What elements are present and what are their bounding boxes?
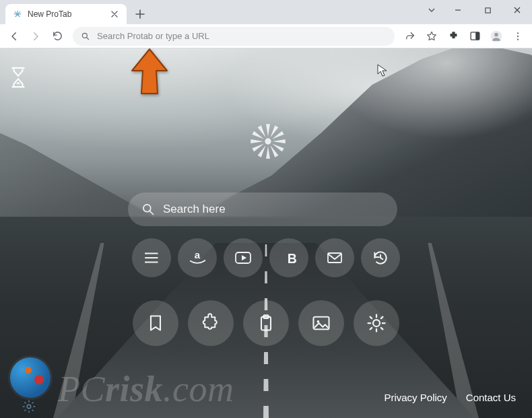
window-controls [420, 0, 532, 20]
tab-close-icon[interactable] [109, 9, 120, 20]
svg-point-13 [145, 261, 146, 263]
svg-rect-3 [475, 32, 479, 40]
extensions-icon[interactable] [443, 26, 463, 46]
brightness-icon[interactable] [354, 300, 399, 346]
brand-badge [10, 357, 51, 398]
tab-title: New ProTab [28, 9, 104, 19]
cursor-pointer-icon [377, 64, 388, 80]
minimize-button[interactable] [443, 0, 473, 20]
search-icon [81, 32, 90, 41]
omnibox-input[interactable] [97, 31, 387, 41]
close-window-button[interactable] [502, 0, 532, 20]
svg-point-6 [517, 32, 519, 34]
svg-rect-18 [328, 253, 341, 263]
history-icon[interactable] [361, 238, 400, 277]
image-icon[interactable] [298, 300, 344, 346]
footer-links: Privacy Policy Contact Us [384, 392, 516, 403]
menu-dots-icon[interactable] [508, 26, 528, 46]
svg-point-23 [373, 320, 380, 326]
svg-point-5 [494, 32, 498, 36]
svg-point-11 [145, 252, 146, 254]
page-search-bar[interactable] [128, 193, 397, 226]
page-content: a B [0, 48, 532, 418]
svg-point-17 [293, 261, 295, 263]
profile-avatar-icon[interactable] [486, 26, 506, 46]
svg-text:a: a [195, 249, 201, 260]
svg-point-12 [145, 257, 146, 258]
shortcut-row-2 [133, 300, 399, 346]
clipboard-icon[interactable] [243, 300, 289, 346]
search-icon [141, 203, 155, 216]
sunburst-icon [249, 123, 287, 160]
svg-point-1 [82, 33, 87, 38]
contact-us-link[interactable]: Contact Us [466, 392, 516, 403]
bookmark-star-icon[interactable] [422, 26, 442, 46]
dropdown-icon[interactable] [420, 0, 443, 20]
bookmark-icon[interactable] [133, 300, 178, 346]
shortcut-row-1: a B [132, 238, 400, 277]
gmail-icon[interactable] [315, 238, 354, 277]
new-tab-button[interactable] [131, 5, 149, 24]
forward-button[interactable] [26, 26, 46, 46]
svg-point-24 [27, 405, 31, 409]
browser-toolbar [0, 24, 532, 48]
window-titlebar: New ProTab [0, 0, 532, 24]
svg-rect-0 [485, 7, 490, 12]
reload-button[interactable] [47, 26, 67, 46]
back-button[interactable] [4, 26, 24, 46]
svg-text:B: B [288, 251, 297, 266]
youtube-icon[interactable] [224, 238, 263, 277]
hourglass-icon[interactable] [9, 66, 27, 92]
address-bar[interactable] [73, 27, 395, 46]
extension-icon[interactable] [188, 300, 234, 346]
svg-point-8 [517, 38, 519, 40]
watermark-text: PCrisk.com [58, 368, 234, 410]
menu-icon[interactable] [132, 238, 171, 277]
amazon-icon[interactable]: a [178, 238, 217, 277]
svg-point-9 [265, 138, 271, 144]
annotation-arrow-icon [129, 48, 170, 95]
maximize-button[interactable] [473, 0, 502, 20]
share-icon[interactable] [400, 26, 420, 46]
page-search-input[interactable] [163, 203, 384, 216]
svg-point-7 [517, 35, 519, 36]
booking-icon[interactable]: B [269, 238, 308, 277]
gear-icon[interactable] [22, 399, 36, 417]
sidepanel-icon[interactable] [465, 26, 485, 46]
tab-favicon-icon [12, 9, 23, 20]
svg-rect-21 [313, 317, 329, 329]
privacy-policy-link[interactable]: Privacy Policy [384, 392, 446, 403]
browser-tab[interactable]: New ProTab [5, 4, 127, 24]
